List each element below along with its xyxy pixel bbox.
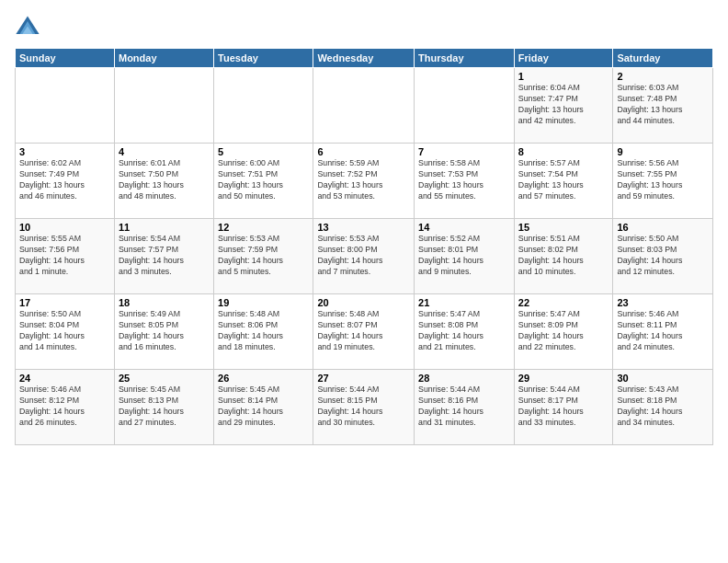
calendar-cell: 23Sunrise: 5:46 AM Sunset: 8:11 PM Dayli…	[613, 294, 713, 370]
calendar-cell: 19Sunrise: 5:48 AM Sunset: 8:06 PM Dayli…	[214, 294, 313, 370]
calendar-cell: 18Sunrise: 5:49 AM Sunset: 8:05 PM Dayli…	[114, 294, 213, 370]
day-number: 30	[617, 373, 709, 384]
day-info: Sunrise: 5:47 AM Sunset: 8:09 PM Dayligh…	[518, 309, 609, 353]
day-number: 10	[19, 222, 110, 233]
calendar-cell	[313, 68, 415, 144]
calendar-cell	[114, 68, 213, 144]
day-number: 22	[518, 297, 609, 308]
day-info: Sunrise: 5:55 AM Sunset: 7:56 PM Dayligh…	[19, 234, 110, 278]
day-number: 9	[617, 146, 709, 157]
day-number: 3	[19, 146, 110, 157]
day-info: Sunrise: 5:52 AM Sunset: 8:01 PM Dayligh…	[418, 234, 510, 278]
day-info: Sunrise: 5:43 AM Sunset: 8:18 PM Dayligh…	[617, 385, 709, 429]
calendar-cell: 17Sunrise: 5:50 AM Sunset: 8:04 PM Dayli…	[16, 294, 115, 370]
day-number: 4	[119, 146, 210, 157]
calendar-cell: 3Sunrise: 6:02 AM Sunset: 7:49 PM Daylig…	[16, 144, 115, 219]
day-info: Sunrise: 5:51 AM Sunset: 8:02 PM Dayligh…	[518, 234, 609, 278]
day-number: 26	[218, 373, 309, 384]
calendar-cell: 26Sunrise: 5:45 AM Sunset: 8:14 PM Dayli…	[214, 370, 313, 445]
day-number: 27	[317, 373, 410, 384]
calendar-cell: 27Sunrise: 5:44 AM Sunset: 8:15 PM Dayli…	[313, 370, 415, 445]
day-info: Sunrise: 6:01 AM Sunset: 7:50 PM Dayligh…	[119, 158, 210, 202]
day-info: Sunrise: 5:59 AM Sunset: 7:52 PM Dayligh…	[317, 158, 410, 202]
logo	[15, 15, 44, 40]
day-info: Sunrise: 5:44 AM Sunset: 8:15 PM Dayligh…	[317, 385, 410, 429]
logo-icon	[15, 15, 40, 40]
day-of-week-header: Wednesday	[313, 49, 415, 68]
day-info: Sunrise: 5:45 AM Sunset: 8:14 PM Dayligh…	[218, 385, 309, 429]
day-info: Sunrise: 5:44 AM Sunset: 8:17 PM Dayligh…	[518, 385, 609, 429]
calendar-cell: 10Sunrise: 5:55 AM Sunset: 7:56 PM Dayli…	[16, 219, 115, 294]
calendar-cell: 11Sunrise: 5:54 AM Sunset: 7:57 PM Dayli…	[114, 219, 213, 294]
day-number: 19	[218, 297, 309, 308]
day-info: Sunrise: 6:04 AM Sunset: 7:47 PM Dayligh…	[518, 83, 609, 127]
day-info: Sunrise: 6:03 AM Sunset: 7:48 PM Dayligh…	[617, 83, 709, 127]
day-number: 11	[119, 222, 210, 233]
day-number: 24	[19, 373, 110, 384]
header	[15, 11, 713, 40]
day-number: 16	[617, 222, 709, 233]
calendar-cell: 4Sunrise: 6:01 AM Sunset: 7:50 PM Daylig…	[114, 144, 213, 219]
day-number: 21	[418, 297, 510, 308]
day-number: 7	[418, 146, 510, 157]
calendar-cell: 1Sunrise: 6:04 AM Sunset: 7:47 PM Daylig…	[514, 68, 613, 144]
day-info: Sunrise: 5:50 AM Sunset: 8:03 PM Dayligh…	[617, 234, 709, 278]
day-info: Sunrise: 5:57 AM Sunset: 7:54 PM Dayligh…	[518, 158, 609, 202]
calendar-cell: 12Sunrise: 5:53 AM Sunset: 7:59 PM Dayli…	[214, 219, 313, 294]
day-number: 18	[119, 297, 210, 308]
day-number: 17	[19, 297, 110, 308]
calendar-cell: 13Sunrise: 5:53 AM Sunset: 8:00 PM Dayli…	[313, 219, 415, 294]
day-info: Sunrise: 5:45 AM Sunset: 8:13 PM Dayligh…	[119, 385, 210, 429]
calendar-cell: 22Sunrise: 5:47 AM Sunset: 8:09 PM Dayli…	[514, 294, 613, 370]
day-info: Sunrise: 5:56 AM Sunset: 7:55 PM Dayligh…	[617, 158, 709, 202]
calendar-cell	[16, 68, 115, 144]
day-info: Sunrise: 5:46 AM Sunset: 8:12 PM Dayligh…	[19, 385, 110, 429]
calendar-cell: 16Sunrise: 5:50 AM Sunset: 8:03 PM Dayli…	[613, 219, 713, 294]
calendar-week-row: 1Sunrise: 6:04 AM Sunset: 7:47 PM Daylig…	[16, 68, 713, 144]
calendar: SundayMondayTuesdayWednesdayThursdayFrid…	[15, 48, 713, 445]
day-number: 8	[518, 146, 609, 157]
calendar-cell: 25Sunrise: 5:45 AM Sunset: 8:13 PM Dayli…	[114, 370, 213, 445]
calendar-cell: 9Sunrise: 5:56 AM Sunset: 7:55 PM Daylig…	[613, 144, 713, 219]
day-info: Sunrise: 5:50 AM Sunset: 8:04 PM Dayligh…	[19, 309, 110, 353]
day-info: Sunrise: 5:54 AM Sunset: 7:57 PM Dayligh…	[119, 234, 210, 278]
calendar-cell	[214, 68, 313, 144]
day-info: Sunrise: 5:47 AM Sunset: 8:08 PM Dayligh…	[418, 309, 510, 353]
calendar-cell: 2Sunrise: 6:03 AM Sunset: 7:48 PM Daylig…	[613, 68, 713, 144]
calendar-cell: 15Sunrise: 5:51 AM Sunset: 8:02 PM Dayli…	[514, 219, 613, 294]
day-info: Sunrise: 5:48 AM Sunset: 8:07 PM Dayligh…	[317, 309, 410, 353]
calendar-week-row: 3Sunrise: 6:02 AM Sunset: 7:49 PM Daylig…	[16, 144, 713, 219]
day-number: 14	[418, 222, 510, 233]
day-number: 23	[617, 297, 709, 308]
calendar-cell: 24Sunrise: 5:46 AM Sunset: 8:12 PM Dayli…	[16, 370, 115, 445]
day-number: 12	[218, 222, 309, 233]
day-info: Sunrise: 5:49 AM Sunset: 8:05 PM Dayligh…	[119, 309, 210, 353]
day-info: Sunrise: 5:53 AM Sunset: 7:59 PM Dayligh…	[218, 234, 309, 278]
calendar-week-row: 10Sunrise: 5:55 AM Sunset: 7:56 PM Dayli…	[16, 219, 713, 294]
calendar-cell	[415, 68, 515, 144]
day-info: Sunrise: 5:53 AM Sunset: 8:00 PM Dayligh…	[317, 234, 410, 278]
calendar-cell: 29Sunrise: 5:44 AM Sunset: 8:17 PM Dayli…	[514, 370, 613, 445]
day-number: 29	[518, 373, 609, 384]
page: SundayMondayTuesdayWednesdayThursdayFrid…	[0, 0, 728, 563]
day-number: 15	[518, 222, 609, 233]
day-number: 25	[119, 373, 210, 384]
day-number: 5	[218, 146, 309, 157]
calendar-cell: 7Sunrise: 5:58 AM Sunset: 7:53 PM Daylig…	[415, 144, 515, 219]
day-of-week-header: Thursday	[415, 49, 515, 68]
day-number: 28	[418, 373, 510, 384]
calendar-cell: 20Sunrise: 5:48 AM Sunset: 8:07 PM Dayli…	[313, 294, 415, 370]
day-of-week-header: Sunday	[16, 49, 115, 68]
day-number: 2	[617, 71, 709, 82]
day-number: 6	[317, 146, 410, 157]
day-info: Sunrise: 5:58 AM Sunset: 7:53 PM Dayligh…	[418, 158, 510, 202]
day-info: Sunrise: 5:48 AM Sunset: 8:06 PM Dayligh…	[218, 309, 309, 353]
day-of-week-header: Saturday	[613, 49, 713, 68]
day-number: 20	[317, 297, 410, 308]
day-of-week-header: Monday	[114, 49, 213, 68]
calendar-cell: 28Sunrise: 5:44 AM Sunset: 8:16 PM Dayli…	[415, 370, 515, 445]
day-of-week-header: Friday	[514, 49, 613, 68]
day-number: 13	[317, 222, 410, 233]
calendar-cell: 5Sunrise: 6:00 AM Sunset: 7:51 PM Daylig…	[214, 144, 313, 219]
day-number: 1	[518, 71, 609, 82]
